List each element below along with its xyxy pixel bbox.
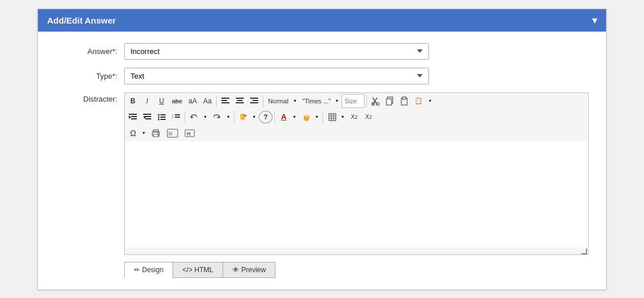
bold-button[interactable]: B <box>126 94 140 108</box>
bullet-list-icon <box>158 114 166 121</box>
design-button[interactable]: ✏ Design <box>124 262 172 278</box>
svg-rect-0 <box>221 98 229 99</box>
sep7 <box>323 111 323 123</box>
svg-marker-35 <box>191 115 194 118</box>
italic-button[interactable]: I <box>140 94 154 108</box>
svg-point-29 <box>158 118 160 120</box>
bullet-list-button[interactable] <box>155 110 168 124</box>
svg-rect-3 <box>236 98 244 99</box>
indent-out-button[interactable] <box>140 110 154 124</box>
indent-out-icon <box>143 114 151 121</box>
add-edit-answer-panel: Add/Edit Answer ▾ Answer*: Incorrect Cor… <box>37 9 607 290</box>
editor-area[interactable] <box>125 141 588 247</box>
redo-caret-button[interactable]: ▾ <box>224 110 232 124</box>
bg-color-button[interactable] <box>299 110 313 124</box>
font-select-button[interactable]: "Times ..." <box>300 94 334 108</box>
subscript-button[interactable]: X2 <box>347 110 361 124</box>
copy-button[interactable] <box>383 94 397 108</box>
indent-in-button[interactable] <box>126 110 140 124</box>
number-list-icon: 1.2. <box>172 114 180 121</box>
svg-rect-22 <box>145 116 151 117</box>
resize-icon[interactable] <box>581 249 587 254</box>
font-color-button[interactable]: A <box>277 110 290 124</box>
svg-rect-39 <box>244 115 247 117</box>
align-left-button[interactable] <box>218 94 232 108</box>
table-caret-button[interactable]: ▾ <box>339 110 347 124</box>
svg-rect-32 <box>175 114 180 115</box>
hr-button[interactable]: H <box>182 126 198 140</box>
omega-caret-button[interactable]: ▾ <box>140 126 148 140</box>
align-right-button[interactable] <box>247 94 261 108</box>
paint-caret-button[interactable]: ▾ <box>250 110 258 124</box>
size-input[interactable] <box>342 94 365 108</box>
caps-aa2-button[interactable]: Aa <box>200 94 214 108</box>
align-left-icon <box>221 98 229 105</box>
svg-rect-17 <box>129 114 137 115</box>
number-list-button[interactable]: 1.2. <box>169 110 183 124</box>
paint-button[interactable] <box>236 110 250 124</box>
superscript-button[interactable]: X2 <box>362 110 375 124</box>
fx-button[interactable]: fx <box>164 126 181 140</box>
toolbar-row-1: B I U abc aA Aa <box>125 93 588 109</box>
svg-rect-34 <box>175 117 180 118</box>
svg-rect-14 <box>386 99 392 105</box>
html-button[interactable]: </> HTML <box>172 262 223 278</box>
svg-rect-1 <box>221 100 227 101</box>
help-button[interactable]: ? <box>259 111 273 123</box>
svg-rect-42 <box>329 114 336 121</box>
underline-button[interactable]: U <box>155 94 168 108</box>
design-label: Design <box>142 266 163 274</box>
scissors-icon <box>371 96 379 106</box>
preview-button[interactable]: 👁 Preview <box>223 262 276 278</box>
svg-point-41 <box>305 114 308 117</box>
paste-button[interactable] <box>397 94 411 108</box>
style-select-button[interactable]: Normal <box>265 94 290 108</box>
panel-header: Add/Edit Answer ▾ <box>38 9 606 32</box>
undo-button[interactable] <box>187 110 201 124</box>
omega-button[interactable]: Ω <box>126 126 140 140</box>
caps-aa-button[interactable]: aA <box>186 94 200 108</box>
print-icon <box>151 129 160 137</box>
bg-color-dropdown: ▾ <box>299 110 321 124</box>
style-caret-button[interactable]: ▾ <box>291 94 299 108</box>
omega-dropdown: Ω ▾ <box>126 126 148 140</box>
font-caret-button[interactable]: ▾ <box>333 94 341 108</box>
font-color-caret-button[interactable]: ▾ <box>290 110 298 124</box>
indent-in-icon <box>129 114 137 121</box>
align-center-button[interactable] <box>233 94 247 108</box>
sep6 <box>274 111 275 123</box>
svg-point-27 <box>158 116 160 118</box>
paste2-button[interactable]: 📋 <box>412 94 425 108</box>
align-center-icon <box>236 98 244 105</box>
table-button[interactable] <box>325 110 339 124</box>
toolbar-row-3: Ω ▾ fx <box>125 125 588 141</box>
panel-title: Add/Edit Answer <box>47 16 116 25</box>
undo-icon <box>190 113 198 121</box>
paint-dropdown: ▾ <box>236 110 258 124</box>
answer-select[interactable]: Incorrect Correct <box>124 43 429 60</box>
panel-collapse-icon[interactable]: ▾ <box>592 15 597 26</box>
svg-rect-23 <box>145 118 151 119</box>
cut-button[interactable] <box>369 94 382 108</box>
sep4 <box>185 111 185 123</box>
answer-row: Answer*: Incorrect Correct <box>55 43 589 60</box>
svg-rect-8 <box>250 102 258 103</box>
sep3 <box>366 95 367 107</box>
resize-handle <box>125 247 588 254</box>
html-label: </> HTML <box>182 266 213 274</box>
redo-button[interactable] <box>210 110 224 124</box>
paste-caret-button[interactable]: ▾ <box>426 94 434 108</box>
strikethrough-button[interactable]: abc <box>169 94 185 108</box>
svg-rect-5 <box>236 102 244 103</box>
fx-icon: fx <box>167 129 178 138</box>
svg-point-25 <box>158 114 160 115</box>
svg-rect-2 <box>221 102 229 103</box>
print-button[interactable] <box>148 126 163 140</box>
svg-rect-30 <box>160 119 166 120</box>
bg-color-caret-button[interactable]: ▾ <box>313 110 321 124</box>
design-icon: ✏ <box>134 266 140 274</box>
undo-caret-button[interactable]: ▾ <box>201 110 209 124</box>
svg-marker-20 <box>129 115 131 119</box>
type-select[interactable]: Text Image <box>124 68 429 84</box>
svg-rect-4 <box>237 100 243 101</box>
